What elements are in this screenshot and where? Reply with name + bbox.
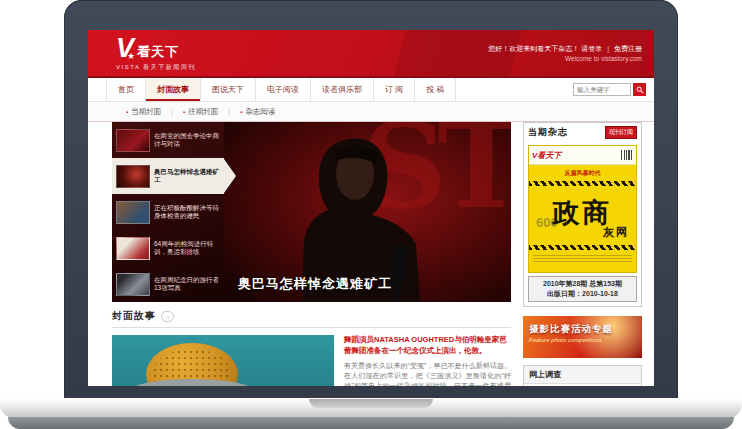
story-thumbnail: [116, 237, 150, 260]
story-title: 奥巴马怎样悼念遇难矿工: [154, 168, 220, 185]
laptop-mockup: V ★ 看天下 VISTA 看天下新闻周刊 您好！欢迎来到看天下杂志！ 请登录 …: [0, 0, 742, 429]
subnav-magazine-reading[interactable]: ▪ 杂志阅读: [240, 107, 275, 117]
greeting-line: 您好！欢迎来到看天下杂志！ 请登录 | 免费注册: [488, 43, 642, 54]
cover-subheadline: 灰网: [603, 225, 629, 240]
website-screen: V ★ 看天下 VISTA 看天下新闻周刊 您好！欢迎来到看天下杂志！ 请登录 …: [88, 30, 654, 386]
cover-logo: V看天下: [532, 150, 561, 161]
article-photo[interactable]: [112, 335, 334, 386]
story-rail-item-active[interactable]: 奥巴马怎样悼念遇难矿工: [112, 158, 224, 194]
story-thumbnail: [116, 273, 150, 296]
main-column: 在两党的国会争论中商讨与对话 奥巴马怎样悼念遇难矿工 正在积极酝酿解决等待身体检…: [112, 122, 511, 386]
bullet-icon: ▪: [183, 109, 185, 115]
section-title: 封面故事: [112, 309, 156, 323]
greeting-text: 您好！欢迎来到看天下杂志！: [488, 45, 579, 52]
subnav-current-cover[interactable]: ▪ 当期封面: [126, 107, 161, 117]
search-icon: [636, 82, 644, 97]
survey-question: 连接中国各地的高铁是否已经成为中国出行的首选方式？: [524, 384, 641, 386]
main-nav: 首页 封面故事 图说天下 电子阅读 读者俱乐部 订 阅 投 稿: [88, 78, 654, 102]
nav-tab-subscribe[interactable]: 订 阅: [374, 78, 415, 101]
story-rail-item[interactable]: 64周年的检阅进行特训，奥运彩排练: [112, 230, 224, 266]
subnav-label: 当期封面: [131, 107, 161, 117]
header-account-area: 您好！欢迎来到看天下杂志！ 请登录 | 免费注册 Welcome to vist…: [488, 43, 642, 63]
hero-image[interactable]: ST 奥巴马怎样悼念遇难矿工: [224, 122, 511, 302]
subnav-separator: |: [171, 107, 173, 116]
logo-subtitle: VISTA 看天下新闻周刊: [116, 63, 196, 72]
story-title: 在两周纪念日的游行者13张写真: [154, 276, 220, 293]
photo-contest-banner[interactable]: 摄影比赛活动专题 Feature photo competitions: [523, 316, 642, 358]
story-rail: 在两党的国会争论中商讨与对话 奥巴马怎样悼念遇难矿工 正在积极酝酿解决等待身体检…: [112, 122, 224, 302]
online-survey-box[interactable]: 网上调查 连接中国各地的高铁是否已经成为中国出行的首选方式？: [523, 365, 642, 386]
current-issue-box: 当期杂志 现刊订阅 V看天下 反腐风暴时代 600: [523, 122, 642, 307]
search-input[interactable]: [573, 83, 631, 96]
sub-nav: ▪ 当期封面 | ▪ 往期封面 | ▪ 杂志阅读: [88, 102, 654, 122]
banner-subtitle: Feature photo competitions: [529, 337, 602, 343]
site-header: V ★ 看天下 VISTA 看天下新闻周刊 您好！欢迎来到看天下杂志！ 请登录 …: [88, 30, 654, 78]
cover-story-section: 封面故事 → 舞蹈演员NATASHA OUGHTRED与伯明翰皇家芭蕾舞团准备在…: [112, 309, 511, 386]
article-title[interactable]: 舞蹈演员NATASHA OUGHTRED与伯明翰皇家芭蕾舞团准备在一个纪念仪式上…: [344, 335, 511, 356]
bullet-icon: ▪: [240, 109, 242, 115]
story-title: 正在积极酝酿解决等待身体检查的难民: [154, 204, 220, 221]
welcome-english: Welcome to vistastory.com: [488, 54, 642, 63]
story-thumbnail: [116, 201, 150, 224]
sidebar: 当期杂志 现刊订阅 V看天下 反腐风暴时代 600: [523, 122, 642, 386]
current-issue-title: 当期杂志: [528, 126, 568, 139]
subnav-past-covers[interactable]: ▪ 往期封面: [183, 107, 218, 117]
laptop-bottom-edge: [8, 417, 734, 429]
publish-date: 出版日期：2010-10-18: [529, 289, 636, 299]
hero-caption: 奥巴马怎样悼念遇难矿工: [238, 275, 392, 293]
article-body: 有关曹操长久以来的“受冤”，早已不是什么新鲜话题。在人们现在的常识里，把《三国演…: [344, 361, 511, 386]
logo-title: 看天下: [137, 45, 179, 58]
barcode-icon: [621, 150, 633, 160]
nav-tab-e-reading[interactable]: 电子阅读: [256, 78, 311, 101]
article-text: 舞蹈演员NATASHA OUGHTRED与伯明翰皇家芭蕾舞团准备在一个纪念仪式上…: [344, 335, 511, 386]
banner-title: 摄影比赛活动专题: [529, 323, 613, 336]
story-rail-item[interactable]: 正在积极酝酿解决等待身体检查的难民: [112, 194, 224, 230]
nav-tab-contribute[interactable]: 投 稿: [415, 78, 456, 101]
story-title: 64周年的检阅进行特训，奥运彩排练: [154, 240, 220, 257]
story-rail-item[interactable]: 在两周纪念日的游行者13张写真: [112, 266, 224, 302]
login-link[interactable]: 请登录: [581, 45, 602, 52]
section-divider: [112, 327, 511, 328]
laptop-base: [0, 398, 742, 418]
story-thumbnail: [116, 129, 150, 152]
register-link[interactable]: 免费注册: [614, 45, 642, 52]
issue-number: 2010年第28期 总第153期: [529, 279, 636, 289]
nav-tab-photo-world[interactable]: 图说天下: [201, 78, 256, 101]
story-title: 在两党的国会争论中商讨与对话: [154, 132, 220, 149]
survey-title: 网上调查: [524, 366, 641, 384]
nav-tab-readers-club[interactable]: 读者俱乐部: [311, 78, 374, 101]
subscribe-button[interactable]: 现刊订阅: [605, 126, 637, 139]
page-body: 在两党的国会争论中商讨与对话 奥巴马怎样悼念遇难矿工 正在积极酝酿解决等待身体检…: [112, 122, 642, 386]
arrow-right-icon[interactable]: →: [161, 311, 174, 322]
cover-tagline: 反腐风暴时代: [529, 169, 636, 178]
nav-tab-home[interactable]: 首页: [106, 78, 146, 101]
subnav-label: 杂志阅读: [245, 107, 275, 117]
cover-stripe: [529, 245, 636, 250]
story-thumbnail: [116, 165, 150, 188]
star-icon: ★: [127, 52, 135, 61]
logo-row: V ★ 看天下: [116, 35, 196, 62]
search-area: [573, 78, 646, 101]
site-logo[interactable]: V ★ 看天下 VISTA 看天下新闻周刊: [116, 35, 196, 72]
subnav-label: 往期封面: [188, 107, 218, 117]
nav-tab-cover-story[interactable]: 封面故事: [146, 78, 201, 101]
subnav-separator: |: [228, 107, 230, 116]
search-button[interactable]: [633, 83, 646, 96]
laptop-notch: [309, 399, 433, 408]
bullet-icon: ▪: [126, 109, 128, 115]
cover-fineprint: [533, 253, 632, 263]
greeting-separator: |: [607, 45, 609, 52]
issue-info-box: 2010年第28期 总第153期 出版日期：2010-10-18: [528, 276, 637, 302]
magazine-cover[interactable]: V看天下 反腐风暴时代 600 政商 灰网: [528, 145, 637, 273]
story-rail-item[interactable]: 在两党的国会争论中商讨与对话: [112, 122, 224, 158]
